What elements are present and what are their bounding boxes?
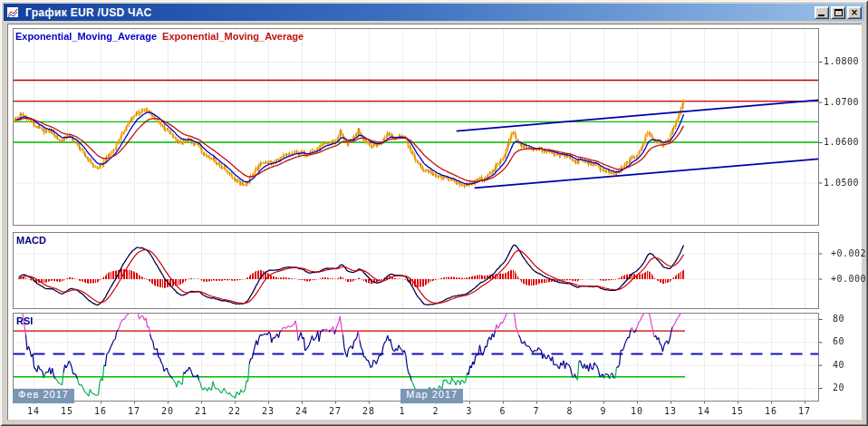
rsi-label: RSI — [16, 315, 33, 326]
price-tick-label: 1.0800 — [824, 56, 859, 66]
macd-axis[interactable] — [819, 232, 861, 308]
rsi-tick-label: 20 — [833, 382, 844, 392]
time-tick-label: 16 — [758, 406, 784, 416]
time-tick-label: 28 — [356, 406, 381, 416]
time-tick-label: 20 — [155, 406, 180, 416]
time-tick-label: 17 — [792, 406, 817, 416]
main-chart-panel[interactable] — [13, 28, 818, 225]
time-tick-label: 6 — [490, 406, 516, 416]
rsi-panel[interactable] — [13, 313, 818, 401]
indicator-labels: Exponential_Moving_Average Exponential_M… — [15, 31, 304, 42]
month-label-feb: Фев 2017 — [13, 389, 74, 403]
macd-label: MACD — [16, 235, 46, 246]
rsi-tick-label: 60 — [833, 336, 844, 346]
rsi-tick-label: 80 — [833, 314, 844, 324]
time-tick-label: 22 — [222, 406, 247, 416]
time-tick-label: 1 — [390, 406, 415, 416]
time-tick-label: 9 — [591, 406, 616, 416]
chart-window: График EUR /USD ЧАС × Exponential_Moving… — [0, 0, 868, 426]
ema-fast-label: Exponential_Moving_Average — [15, 31, 157, 42]
rsi-tick-label: 40 — [833, 360, 844, 370]
time-tick-label: 3 — [457, 406, 482, 416]
time-tick-label: 15 — [725, 406, 750, 416]
time-tick-label: 16 — [88, 406, 113, 416]
ema-slow-label: Exponential_Moving_Average — [162, 31, 304, 42]
macd-tick-label: +0.000 — [831, 274, 866, 284]
time-tick-label: 27 — [323, 406, 348, 416]
macd-panel[interactable] — [13, 232, 818, 308]
time-tick-label: 24 — [289, 406, 314, 416]
price-tick-label: 1.0600 — [824, 137, 859, 147]
time-tick-label: 23 — [256, 406, 281, 416]
time-tick-label: 14 — [691, 406, 717, 416]
time-tick-label: 2 — [423, 406, 448, 416]
macd-tick-label: +0.002 — [831, 248, 866, 258]
time-tick-label: 17 — [121, 406, 147, 416]
month-label-mar: Мар 2017 — [400, 389, 463, 403]
time-tick-label: 14 — [21, 406, 46, 416]
time-tick-label: 8 — [557, 406, 583, 416]
time-tick-label: 7 — [524, 406, 549, 416]
time-tick-label: 10 — [624, 406, 650, 416]
time-tick-label: 21 — [188, 406, 214, 416]
price-tick-label: 1.0500 — [824, 178, 859, 188]
price-tick-label: 1.0700 — [824, 97, 859, 107]
time-tick-label: 15 — [54, 406, 80, 416]
time-tick-label: 13 — [658, 406, 683, 416]
